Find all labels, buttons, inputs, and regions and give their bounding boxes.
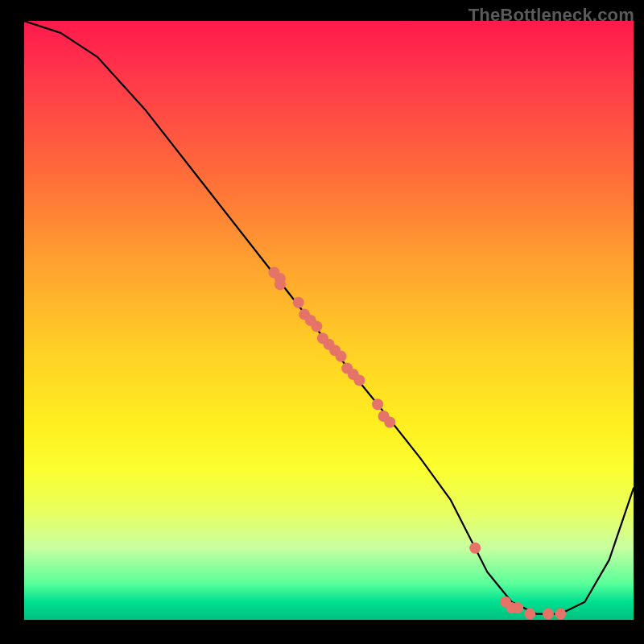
scatter-point <box>512 602 523 613</box>
scatter-point <box>543 609 554 620</box>
bottleneck-curve <box>24 21 634 614</box>
scatter-point <box>293 297 304 308</box>
scatter-point <box>336 351 347 362</box>
chart-svg <box>24 21 634 620</box>
chart-frame: TheBottleneck.com <box>0 0 644 644</box>
scatter-point <box>524 609 535 620</box>
scatter-point <box>275 279 286 290</box>
scatter-point <box>372 398 383 410</box>
scatter-markers <box>268 267 566 620</box>
watermark-text: TheBottleneck.com <box>469 5 634 26</box>
scatter-point <box>555 609 566 620</box>
scatter-point <box>384 417 395 428</box>
scatter-point <box>469 543 481 554</box>
scatter-point <box>353 374 365 386</box>
scatter-point <box>311 320 322 332</box>
